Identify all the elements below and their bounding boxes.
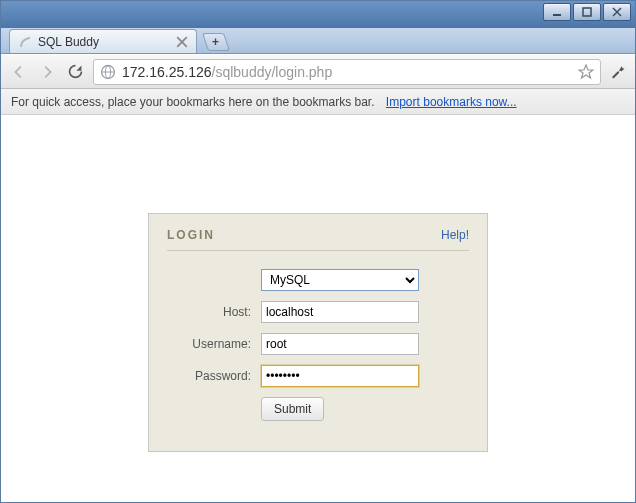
tab-favicon-icon (18, 35, 32, 49)
bookmarks-hint: For quick access, place your bookmarks h… (11, 95, 375, 109)
url-host: 172.16.25.126 (122, 64, 212, 80)
bookmark-star-icon[interactable] (578, 64, 594, 80)
url-text: 172.16.25.126/sqlbuddy/login.php (122, 64, 572, 80)
url-path: /sqlbuddy/login.php (212, 64, 333, 80)
window-title-bar (1, 1, 635, 29)
address-bar[interactable]: 172.16.25.126/sqlbuddy/login.php (93, 59, 601, 85)
globe-icon (100, 64, 116, 80)
username-input[interactable] (261, 333, 419, 355)
tab-title: SQL Buddy (38, 35, 170, 49)
help-link[interactable]: Help! (441, 228, 469, 242)
svg-rect-1 (583, 8, 591, 16)
page-content: LOGIN Help! MySQL Host: Username: Pas (1, 115, 635, 503)
row-host: Host: (167, 301, 469, 323)
row-password: Password: (167, 365, 469, 387)
bookmarks-bar: For quick access, place your bookmarks h… (1, 89, 635, 115)
username-label: Username: (167, 337, 261, 351)
browser-toolbar: 172.16.25.126/sqlbuddy/login.php (1, 55, 635, 89)
nav-back-button[interactable] (9, 62, 29, 82)
login-header: LOGIN Help! (167, 228, 469, 251)
host-input[interactable] (261, 301, 419, 323)
submit-button[interactable]: Submit (261, 397, 324, 421)
new-tab-button[interactable]: + (202, 33, 230, 51)
settings-wrench-icon[interactable] (609, 63, 627, 81)
browser-tab[interactable]: SQL Buddy (9, 29, 197, 53)
nav-forward-button[interactable] (37, 62, 57, 82)
login-panel: LOGIN Help! MySQL Host: Username: Pas (148, 213, 488, 452)
window-minimize-button[interactable] (543, 3, 571, 21)
host-label: Host: (167, 305, 261, 319)
password-label: Password: (167, 369, 261, 383)
window-close-button[interactable] (603, 3, 631, 21)
tab-strip: SQL Buddy + (1, 28, 635, 54)
password-input[interactable] (261, 365, 419, 387)
import-bookmarks-link[interactable]: Import bookmarks now... (386, 95, 517, 109)
row-username: Username: (167, 333, 469, 355)
dbtype-select[interactable]: MySQL (261, 269, 419, 291)
row-dbtype: MySQL (167, 269, 469, 291)
tab-close-icon[interactable] (176, 36, 188, 48)
window-maximize-button[interactable] (573, 3, 601, 21)
login-title: LOGIN (167, 228, 215, 242)
nav-reload-button[interactable] (65, 62, 85, 82)
row-submit: Submit (167, 397, 469, 421)
